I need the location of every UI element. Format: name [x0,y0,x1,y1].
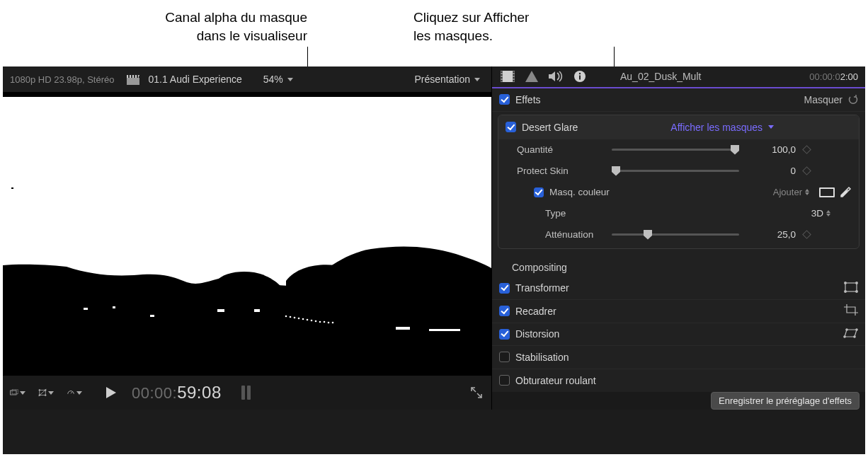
type-value: 3D [811,208,823,219]
info-inspector-tab[interactable] [571,68,588,85]
svg-point-62 [846,329,847,330]
crop-onscreen-icon[interactable] [844,304,858,318]
svg-marker-50 [525,71,538,82]
effects-label: Effets [515,94,541,105]
chevron-down-icon [76,391,82,395]
show-masks-label: Afficher les masques [670,122,763,133]
timecode-prefix: 00:00: [132,384,177,402]
effect-header[interactable]: Desert Glare Afficher les masques [498,115,859,139]
show-masks-popup[interactable]: Afficher les masques [670,122,774,133]
chevron-down-icon [287,78,293,81]
audio-inspector-tab[interactable] [547,68,564,85]
zoom-popup[interactable]: 54% [259,71,297,88]
svg-point-61 [844,336,845,337]
clapper-icon [127,74,139,85]
viewer-canvas[interactable] [3,92,491,376]
protect-skin-value[interactable]: 0 [746,166,796,176]
type-popup[interactable]: 3D [781,208,830,219]
stabilization-label: Stabilisation [515,352,569,363]
video-inspector-tab[interactable] [499,68,516,85]
keyframe-button[interactable] [796,146,817,153]
rolling-shutter-label: Obturateur roulant [515,375,596,386]
transform-checkbox[interactable] [499,283,510,294]
svg-rect-53 [579,76,581,80]
viewer-toolbar: 1080p HD 23.98p, Stéréo 01.1 Audi Experi… [3,66,491,92]
svg-point-17 [328,321,330,323]
keyframe-button[interactable] [796,231,817,238]
section-distort[interactable]: Distorsion [492,323,865,347]
mask-view-swatch[interactable] [819,187,835,197]
svg-point-8 [290,316,292,318]
duration-prefix: 00:00:0 [809,71,840,82]
eyedropper-icon[interactable] [839,185,852,199]
svg-line-37 [472,388,476,392]
param-label-row: Masq. couleur [506,187,612,197]
retime-tool-icon[interactable] [67,385,82,400]
timecode-display[interactable]: 00:00:59:08 [132,383,222,403]
svg-point-10 [298,317,300,319]
effects-checkbox[interactable] [499,94,510,105]
svg-rect-49 [513,80,515,81]
reset-icon[interactable] [848,95,858,105]
add-label: Ajouter [773,187,802,197]
protect-skin-slider[interactable] [612,165,739,178]
transform-tool-icon[interactable] [38,385,54,400]
callout-text: Canal alpha du masque [165,8,307,27]
compositing-header: Compositing [492,255,865,277]
svg-rect-43 [501,74,503,76]
view-menu[interactable]: Présentation [410,71,484,88]
svg-rect-42 [501,71,503,73]
stabilization-checkbox[interactable] [499,352,510,362]
view-menu-label: Présentation [414,74,470,85]
section-stabilization[interactable]: Stabilisation [492,346,865,369]
svg-rect-0 [127,78,139,85]
svg-rect-19 [396,327,410,330]
distort-checkbox[interactable] [499,329,510,340]
softness-value[interactable]: 25,0 [746,229,796,240]
section-rolling-shutter[interactable]: Obturateur roulant [492,369,865,392]
chevron-down-icon [20,391,25,395]
effects-section-header[interactable]: Effets Masquer [492,88,865,112]
save-effects-preset-button[interactable]: Enregistrer le préréglage d'effets [711,392,860,410]
color-mask-label: Masq. couleur [549,187,610,197]
amount-slider[interactable] [612,144,739,156]
chevron-down-icon [48,391,54,395]
svg-point-54 [579,73,581,74]
param-protect-skin: Protect Skin 0 [498,161,859,182]
section-transform[interactable]: Transformer [492,277,865,301]
effect-enable-checkbox[interactable] [506,122,516,132]
svg-rect-48 [513,77,515,79]
color-mask-checkbox[interactable] [534,187,544,197]
param-label: Protect Skin [506,166,612,176]
keyframe-button[interactable] [796,168,817,174]
svg-marker-51 [549,71,555,81]
chevron-down-icon [474,78,480,81]
expand-icon[interactable] [469,385,484,400]
color-inspector-tab[interactable] [523,68,540,85]
add-mask-popup[interactable]: Ajouter [773,187,809,197]
distort-onscreen-icon[interactable] [843,328,858,340]
audio-skim-indicator [241,386,251,400]
svg-rect-23 [217,309,224,312]
effect-desert-glare: Desert Glare Afficher les masques Quanti… [498,115,860,249]
inspector-clip-name: Au_02_Dusk_Mult [620,71,701,82]
softness-slider[interactable] [612,228,739,241]
svg-point-11 [302,318,304,320]
transform-onscreen-icon[interactable] [844,282,858,295]
param-label: Atténuation [506,229,612,240]
timecode-value: 59:08 [177,383,222,402]
hide-effects-button[interactable]: Masquer [804,94,858,105]
svg-point-56 [845,282,847,284]
crop-checkbox[interactable] [499,306,510,316]
amount-value[interactable]: 100,0 [746,144,796,155]
svg-point-9 [294,316,296,318]
play-button[interactable] [103,385,119,400]
save-preset-bar: Enregistrer le préréglage d'effets [492,392,865,410]
callout-text: Cliquez sur Afficher [413,8,529,27]
section-crop[interactable]: Recadrer [492,300,865,323]
rolling-shutter-checkbox[interactable] [499,375,510,386]
svg-point-12 [307,318,309,320]
svg-point-58 [845,290,847,292]
crop-tool-icon[interactable] [10,385,25,400]
param-label: Type [506,208,612,219]
